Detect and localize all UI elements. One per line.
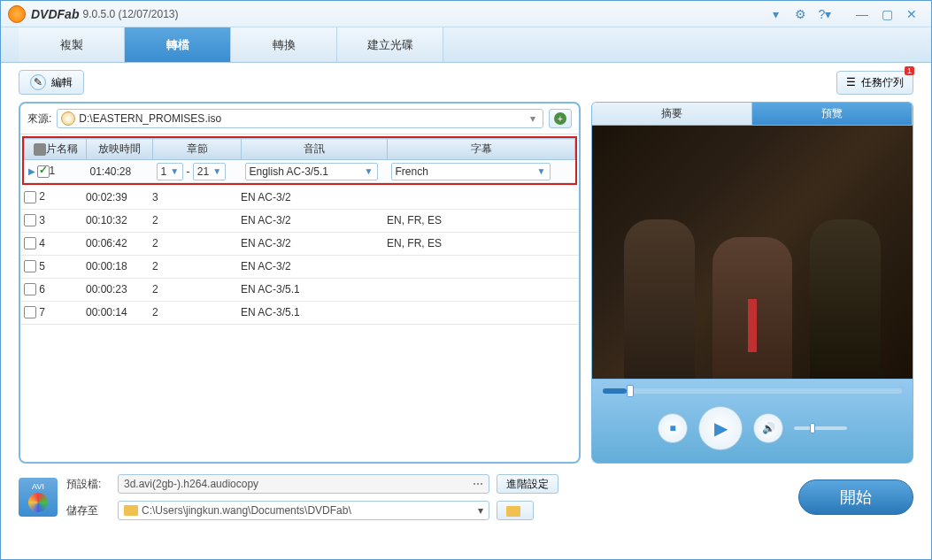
col-audio[interactable]: 音訊 xyxy=(242,139,388,160)
folder-icon xyxy=(506,506,520,517)
tab-summary[interactable]: 摘要 xyxy=(592,103,752,125)
chevron-down-icon: ▼ xyxy=(537,166,546,176)
tab-rip[interactable]: 轉檔 xyxy=(125,27,231,62)
help-icon[interactable]: ?▾ xyxy=(818,7,832,21)
source-label: 來源: xyxy=(27,111,51,127)
volume-button[interactable]: 🔊 xyxy=(753,413,783,443)
row-checkbox[interactable] xyxy=(24,260,36,272)
row-checkbox[interactable] xyxy=(24,237,36,249)
col-runtime[interactable]: 放映時間 xyxy=(87,139,153,160)
preset-input[interactable]: 3d.avi(2gb-).h264.audiocopy ⋯ xyxy=(118,474,489,494)
source-dropdown-icon[interactable]: ▾ xyxy=(527,112,539,125)
volume-thumb[interactable] xyxy=(810,423,815,433)
add-source-button[interactable]: + xyxy=(549,109,572,128)
cell-chapter: 2 xyxy=(149,278,237,301)
table-row[interactable]: 200:02:393EN AC-3/2 xyxy=(20,186,579,209)
source-path: D:\EASTERN_PROMISES.iso xyxy=(79,112,527,125)
chevron-down-icon: ▼ xyxy=(365,166,374,176)
row-checkbox[interactable] xyxy=(37,165,50,178)
table-row[interactable]: 500:00:182EN AC-3/2 xyxy=(20,255,579,278)
seek-slider[interactable] xyxy=(603,388,902,394)
cell-subtitle xyxy=(383,255,579,278)
cell-audio: EN AC-3/5.1 xyxy=(237,278,383,301)
play-button[interactable]: ▶ xyxy=(698,406,743,450)
preview-panel: 摘要 預覽 ■ ▶ 🔊 xyxy=(591,102,913,464)
maximize-icon[interactable]: ▢ xyxy=(880,7,894,21)
cell-chapter: 2 xyxy=(149,301,237,324)
minimize-icon[interactable]: — xyxy=(855,7,869,21)
save-dropdown-icon[interactable]: ▾ xyxy=(478,504,483,517)
start-button[interactable]: 開始 xyxy=(798,479,913,515)
add-plus-icon: + xyxy=(554,112,566,125)
cell-runtime: 00:02:39 xyxy=(82,186,149,209)
save-input[interactable]: C:\Users\jingkun.wang\Documents\DVDFab\ … xyxy=(118,501,489,520)
col-chapter[interactable]: 章節 xyxy=(153,139,242,160)
task-queue-label: 任務佇列 xyxy=(861,75,904,90)
chevron-down-icon: ▼ xyxy=(170,166,179,176)
cell-chapter: 3 xyxy=(149,186,237,209)
tab-preview[interactable]: 預覽 xyxy=(752,103,913,125)
cell-subtitle xyxy=(383,278,579,301)
source-input[interactable]: D:\EASTERN_PROMISES.iso ▾ xyxy=(57,109,543,128)
task-badge: 1 xyxy=(905,66,914,75)
cell-audio: EN AC-3/2 xyxy=(237,255,383,278)
edit-icon: ✎ xyxy=(30,74,46,90)
col-subtitle[interactable]: 字幕 xyxy=(388,139,575,160)
title-table: 片名稱 放映時間 章節 音訊 字幕 ▶1 01:40:28 1▼ - xyxy=(24,138,575,183)
menu-down-icon[interactable]: ▾ xyxy=(768,7,782,21)
cell-chapter: 2 xyxy=(149,255,237,278)
table-row[interactable]: 300:10:322EN AC-3/2EN, FR, ES xyxy=(20,209,579,232)
advanced-button[interactable]: 進階設定 xyxy=(497,474,558,494)
preset-browse-icon[interactable]: ⋯ xyxy=(473,478,483,490)
table-row[interactable]: ▶1 01:40:28 1▼ - 21▼ English AC-3/5.1▼ F… xyxy=(25,160,575,183)
playing-indicator-icon: ▶ xyxy=(28,166,35,176)
edit-button[interactable]: ✎ 編輯 xyxy=(19,70,84,95)
format-label: AVI xyxy=(32,482,44,491)
chapter-to-dropdown[interactable]: 21▼ xyxy=(193,163,226,180)
cell-chapter: 2 xyxy=(149,232,237,255)
row-checkbox[interactable] xyxy=(24,283,36,295)
tab-convert[interactable]: 轉換 xyxy=(231,27,337,62)
table-row[interactable]: 400:06:422EN AC-3/2EN, FR, ES xyxy=(20,232,579,255)
chapter-from-dropdown[interactable]: 1▼ xyxy=(157,163,184,180)
browse-folder-button[interactable] xyxy=(497,501,534,520)
close-icon[interactable]: ✕ xyxy=(905,7,919,21)
cell-audio: EN AC-3/2 xyxy=(237,209,383,232)
app-logo-icon xyxy=(8,5,26,23)
col-name: 片名稱 xyxy=(25,139,87,160)
row-checkbox[interactable] xyxy=(24,191,36,203)
cell-subtitle xyxy=(383,301,579,324)
cell-runtime: 00:00:14 xyxy=(82,301,149,324)
tab-copy[interactable]: 複製 xyxy=(19,27,125,62)
highlighted-header-row: 片名稱 放映時間 章節 音訊 字幕 ▶1 01:40:28 1▼ - xyxy=(22,136,577,185)
stop-button[interactable]: ■ xyxy=(658,413,688,443)
audio-dropdown[interactable]: English AC-3/5.1▼ xyxy=(245,163,378,180)
select-all-checkbox[interactable] xyxy=(34,143,46,156)
tab-creator[interactable]: 建立光碟 xyxy=(337,27,443,62)
settings-icon[interactable]: ⚙ xyxy=(793,7,807,21)
disc-icon xyxy=(61,111,75,126)
app-version: 9.0.5.0 (12/07/2013) xyxy=(82,8,178,20)
cell-runtime: 00:10:32 xyxy=(82,209,149,232)
preview-tabs: 摘要 預覽 xyxy=(591,102,913,125)
row-checkbox[interactable] xyxy=(24,306,36,318)
volume-slider[interactable] xyxy=(794,426,847,430)
subtitle-dropdown[interactable]: French▼ xyxy=(391,163,551,180)
seek-thumb[interactable] xyxy=(627,385,634,397)
row-checkbox[interactable] xyxy=(24,214,36,226)
disc-icon xyxy=(28,493,48,512)
cell-runtime: 00:06:42 xyxy=(82,232,149,255)
task-queue-button[interactable]: ☰ 任務佇列 1 xyxy=(836,71,913,95)
player-controls: ■ ▶ 🔊 xyxy=(591,380,913,464)
main-tabs: 複製 轉檔 轉換 建立光碟 xyxy=(1,27,931,63)
preset-label: 預設檔: xyxy=(66,477,111,492)
cell-audio: EN AC-3/2 xyxy=(237,186,383,209)
edit-label: 編輯 xyxy=(51,75,73,90)
cell-subtitle: EN, FR, ES xyxy=(383,232,579,255)
table-row[interactable]: 600:00:232EN AC-3/5.1 xyxy=(20,278,579,301)
cell-runtime: 01:40:28 xyxy=(87,160,153,183)
video-preview[interactable] xyxy=(591,125,913,380)
titlebar: DVDFab 9.0.5.0 (12/07/2013) ▾ ⚙ ?▾ — ▢ ✕ xyxy=(1,1,931,27)
format-icon[interactable]: AVI xyxy=(19,478,58,517)
table-row[interactable]: 700:00:142EN AC-3/5.1 xyxy=(20,301,579,324)
